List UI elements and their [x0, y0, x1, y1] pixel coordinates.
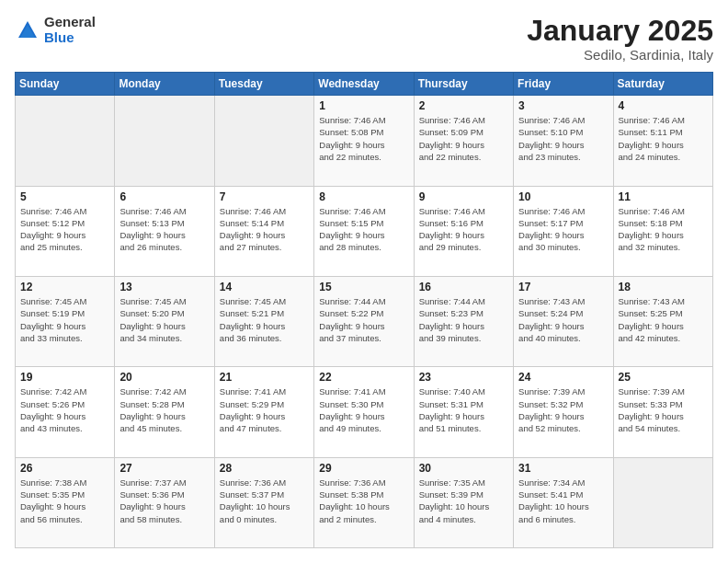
calendar-day-cell: 29Sunrise: 7:36 AM Sunset: 5:38 PM Dayli…	[314, 457, 414, 547]
title-location: Sedilo, Sardinia, Italy	[527, 47, 713, 63]
day-number: 8	[319, 190, 408, 203]
calendar-day-cell: 4Sunrise: 7:46 AM Sunset: 5:11 PM Daylig…	[613, 96, 712, 186]
day-info: Sunrise: 7:43 AM Sunset: 5:24 PM Dayligh…	[518, 295, 608, 344]
calendar-day-cell: 16Sunrise: 7:44 AM Sunset: 5:23 PM Dayli…	[414, 276, 513, 366]
day-info: Sunrise: 7:38 AM Sunset: 5:35 PM Dayligh…	[20, 477, 109, 525]
day-info: Sunrise: 7:46 AM Sunset: 5:10 PM Dayligh…	[518, 114, 608, 163]
day-number: 25	[619, 371, 708, 384]
day-number: 11	[619, 190, 708, 203]
day-number: 9	[419, 190, 508, 203]
title-month: January 2025	[527, 15, 713, 47]
day-info: Sunrise: 7:46 AM Sunset: 5:13 PM Dayligh…	[119, 205, 209, 254]
calendar-day-cell: 1Sunrise: 7:46 AM Sunset: 5:08 PM Daylig…	[314, 96, 414, 186]
day-info: Sunrise: 7:37 AM Sunset: 5:36 PM Dayligh…	[119, 477, 209, 525]
day-number: 17	[518, 281, 608, 293]
day-info: Sunrise: 7:41 AM Sunset: 5:29 PM Dayligh…	[220, 385, 309, 434]
day-number: 14	[220, 281, 309, 293]
calendar-day-cell: 28Sunrise: 7:36 AM Sunset: 5:37 PM Dayli…	[214, 457, 313, 547]
day-number: 24	[518, 371, 608, 384]
day-info: Sunrise: 7:44 AM Sunset: 5:23 PM Dayligh…	[419, 295, 508, 344]
day-number: 21	[220, 371, 309, 384]
title-block: January 2025 Sedilo, Sardinia, Italy	[527, 15, 713, 63]
calendar-day-cell: 25Sunrise: 7:39 AM Sunset: 5:33 PM Dayli…	[613, 367, 712, 457]
calendar-day-cell: 26Sunrise: 7:38 AM Sunset: 5:35 PM Dayli…	[16, 457, 115, 547]
day-number: 16	[419, 281, 508, 293]
day-number: 27	[119, 462, 209, 475]
calendar-header-row: SundayMondayTuesdayWednesdayThursdayFrid…	[16, 73, 713, 96]
day-number: 28	[220, 462, 309, 475]
day-info: Sunrise: 7:46 AM Sunset: 5:17 PM Dayligh…	[518, 205, 608, 254]
day-number: 2	[419, 99, 508, 112]
day-info: Sunrise: 7:34 AM Sunset: 5:41 PM Dayligh…	[518, 477, 608, 525]
logo-general: General	[44, 15, 96, 30]
day-number: 26	[20, 462, 109, 475]
header: General Blue January 2025 Sedilo, Sardin…	[15, 15, 713, 63]
day-number: 30	[419, 462, 508, 475]
calendar-day-cell: 13Sunrise: 7:45 AM Sunset: 5:20 PM Dayli…	[115, 276, 214, 366]
page: General Blue January 2025 Sedilo, Sardin…	[0, 0, 728, 563]
day-info: Sunrise: 7:46 AM Sunset: 5:18 PM Dayligh…	[619, 205, 708, 254]
day-info: Sunrise: 7:36 AM Sunset: 5:37 PM Dayligh…	[220, 477, 309, 525]
day-number: 20	[119, 371, 209, 384]
day-info: Sunrise: 7:46 AM Sunset: 5:08 PM Dayligh…	[319, 114, 408, 163]
calendar-day-cell: 2Sunrise: 7:46 AM Sunset: 5:09 PM Daylig…	[414, 96, 513, 186]
calendar-day-cell: 12Sunrise: 7:45 AM Sunset: 5:19 PM Dayli…	[16, 276, 115, 366]
calendar-day-cell: 31Sunrise: 7:34 AM Sunset: 5:41 PM Dayli…	[514, 457, 613, 547]
calendar-day-cell: 5Sunrise: 7:46 AM Sunset: 5:12 PM Daylig…	[16, 186, 115, 276]
calendar-day-cell: 27Sunrise: 7:37 AM Sunset: 5:36 PM Dayli…	[115, 457, 214, 547]
day-number: 18	[619, 281, 708, 293]
day-number: 4	[619, 99, 708, 112]
calendar-table: SundayMondayTuesdayWednesdayThursdayFrid…	[15, 72, 713, 548]
day-number: 13	[119, 281, 209, 293]
calendar-day-cell: 3Sunrise: 7:46 AM Sunset: 5:10 PM Daylig…	[514, 96, 613, 186]
calendar-day-cell: 18Sunrise: 7:43 AM Sunset: 5:25 PM Dayli…	[613, 276, 712, 366]
weekday-header: Saturday	[613, 73, 712, 96]
calendar-day-cell: 14Sunrise: 7:45 AM Sunset: 5:21 PM Dayli…	[214, 276, 313, 366]
day-info: Sunrise: 7:42 AM Sunset: 5:26 PM Dayligh…	[20, 385, 109, 434]
day-info: Sunrise: 7:46 AM Sunset: 5:15 PM Dayligh…	[319, 205, 408, 254]
day-info: Sunrise: 7:46 AM Sunset: 5:16 PM Dayligh…	[419, 205, 508, 254]
day-info: Sunrise: 7:44 AM Sunset: 5:22 PM Dayligh…	[319, 295, 408, 344]
calendar-day-cell	[214, 96, 313, 186]
calendar-day-cell: 9Sunrise: 7:46 AM Sunset: 5:16 PM Daylig…	[414, 186, 513, 276]
calendar-week-row: 1Sunrise: 7:46 AM Sunset: 5:08 PM Daylig…	[16, 96, 713, 186]
day-info: Sunrise: 7:42 AM Sunset: 5:28 PM Dayligh…	[119, 385, 209, 434]
calendar-week-row: 12Sunrise: 7:45 AM Sunset: 5:19 PM Dayli…	[16, 276, 713, 366]
calendar-day-cell: 30Sunrise: 7:35 AM Sunset: 5:39 PM Dayli…	[414, 457, 513, 547]
day-info: Sunrise: 7:36 AM Sunset: 5:38 PM Dayligh…	[319, 477, 408, 525]
logo-icon	[15, 17, 40, 43]
day-number: 7	[220, 190, 309, 203]
day-number: 10	[518, 190, 608, 203]
calendar-day-cell: 6Sunrise: 7:46 AM Sunset: 5:13 PM Daylig…	[115, 186, 214, 276]
day-info: Sunrise: 7:45 AM Sunset: 5:21 PM Dayligh…	[220, 295, 309, 344]
weekday-header: Friday	[514, 73, 613, 96]
day-info: Sunrise: 7:46 AM Sunset: 5:12 PM Dayligh…	[20, 205, 109, 254]
day-number: 23	[419, 371, 508, 384]
day-info: Sunrise: 7:41 AM Sunset: 5:30 PM Dayligh…	[319, 385, 408, 434]
logo-blue: Blue	[44, 30, 96, 46]
day-number: 1	[319, 99, 408, 112]
calendar-week-row: 26Sunrise: 7:38 AM Sunset: 5:35 PM Dayli…	[16, 457, 713, 547]
calendar-day-cell: 19Sunrise: 7:42 AM Sunset: 5:26 PM Dayli…	[16, 367, 115, 457]
calendar-day-cell: 17Sunrise: 7:43 AM Sunset: 5:24 PM Dayli…	[514, 276, 613, 366]
day-info: Sunrise: 7:39 AM Sunset: 5:32 PM Dayligh…	[518, 385, 608, 434]
day-number: 19	[20, 371, 109, 384]
calendar-day-cell: 20Sunrise: 7:42 AM Sunset: 5:28 PM Dayli…	[115, 367, 214, 457]
day-info: Sunrise: 7:45 AM Sunset: 5:20 PM Dayligh…	[119, 295, 209, 344]
day-info: Sunrise: 7:46 AM Sunset: 5:14 PM Dayligh…	[220, 205, 309, 254]
calendar-day-cell: 10Sunrise: 7:46 AM Sunset: 5:17 PM Dayli…	[514, 186, 613, 276]
weekday-header: Thursday	[414, 73, 513, 96]
day-number: 31	[518, 462, 608, 475]
day-number: 22	[319, 371, 408, 384]
calendar-day-cell: 15Sunrise: 7:44 AM Sunset: 5:22 PM Dayli…	[314, 276, 414, 366]
calendar-day-cell: 22Sunrise: 7:41 AM Sunset: 5:30 PM Dayli…	[314, 367, 414, 457]
day-info: Sunrise: 7:45 AM Sunset: 5:19 PM Dayligh…	[20, 295, 109, 344]
logo-text: General Blue	[44, 15, 96, 45]
weekday-header: Monday	[115, 73, 214, 96]
weekday-header: Wednesday	[314, 73, 414, 96]
weekday-header: Sunday	[16, 73, 115, 96]
calendar-day-cell: 11Sunrise: 7:46 AM Sunset: 5:18 PM Dayli…	[613, 186, 712, 276]
calendar-day-cell	[613, 457, 712, 547]
weekday-header: Tuesday	[214, 73, 313, 96]
day-number: 6	[119, 190, 209, 203]
